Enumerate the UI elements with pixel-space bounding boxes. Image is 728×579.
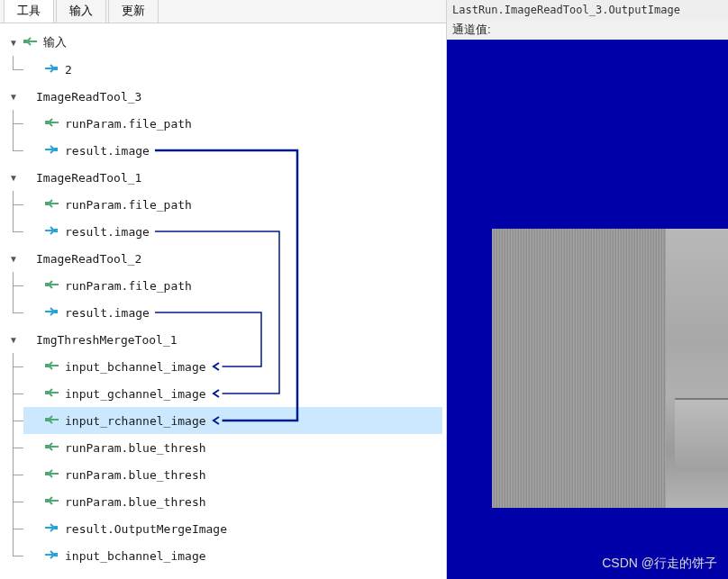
tree-label: runParam.file_path (65, 279, 192, 293)
svg-rect-13 (45, 499, 49, 502)
tree-row-selected[interactable]: input_rchannel_image (23, 407, 442, 434)
svg-rect-2 (45, 121, 49, 124)
tree-row[interactable]: runParam.blue_thresh (23, 434, 442, 461)
svg-rect-1 (54, 67, 58, 70)
svg-rect-12 (45, 472, 49, 475)
tree-label: result.OutputMergeImage (65, 522, 227, 536)
tree-label: input_gchannel_image (65, 387, 206, 401)
tree-label: input_bchannel_image (65, 360, 206, 374)
output-arrow-icon (43, 306, 59, 319)
input-arrow-icon (43, 198, 59, 211)
tree-row[interactable]: ▼ ImageReadTool_2 (4, 245, 442, 272)
tree-label: result.image (65, 225, 150, 239)
tree-row[interactable]: runParam.blue_thresh (23, 461, 442, 488)
tab-tools[interactable]: 工具 (4, 0, 54, 23)
tree-label: runParam.file_path (65, 117, 192, 131)
image-viewport[interactable]: CSDN @行走的饼子 (447, 40, 728, 579)
channel-label: 通道值: (447, 20, 728, 40)
input-arrow-icon (43, 495, 59, 508)
output-arrow-icon (43, 63, 59, 76)
tree-row[interactable]: result.image (23, 299, 442, 326)
tree-row[interactable]: runParam.file_path (23, 272, 442, 299)
tree-row[interactable]: runParam.file_path (23, 110, 442, 137)
tree-row[interactable]: ▼ ImageReadTool_1 (4, 164, 442, 191)
input-arrow-icon (43, 279, 59, 292)
tree-row[interactable]: result.image (23, 218, 442, 245)
output-arrow-icon (43, 522, 59, 535)
input-arrow-icon (22, 36, 38, 49)
wire-endpoint-icon (210, 388, 221, 399)
input-arrow-icon (43, 117, 59, 130)
tab-input[interactable]: 输入 (56, 0, 106, 23)
left-panel: 工具 输入 更新 ▼ 输入 2 (0, 0, 447, 579)
tree-label: ImageReadTool_2 (36, 252, 141, 266)
tab-update[interactable]: 更新 (108, 0, 159, 23)
tree-row[interactable]: result.image (23, 137, 442, 164)
svg-rect-9 (45, 391, 49, 394)
input-arrow-icon (43, 360, 59, 373)
input-arrow-icon (43, 414, 59, 427)
tree-view[interactable]: ▼ 输入 2 ▼ ImageReadTool_3 (0, 23, 446, 579)
preview-image (492, 229, 728, 508)
watermark-text: CSDN @行走的饼子 (602, 556, 717, 572)
wire-endpoint-icon (210, 415, 221, 426)
app-root: 工具 输入 更新 ▼ 输入 2 (0, 0, 728, 579)
svg-rect-15 (54, 553, 58, 556)
tree-label: ImgThreshMergeTool_1 (36, 333, 177, 347)
tree-group-imagereadtool2: ▼ ImageReadTool_2 runParam.file_path res… (4, 245, 442, 326)
expand-toggle-icon[interactable]: ▼ (7, 171, 20, 184)
tree-label: runParam.file_path (65, 198, 192, 212)
tree-row[interactable]: ▼ ImgThreshMergeTool_1 (4, 326, 442, 353)
svg-rect-5 (54, 229, 58, 232)
expand-toggle-icon[interactable]: ▼ (7, 90, 20, 103)
tree-label: runParam.blue_thresh (65, 495, 206, 509)
tree-row[interactable]: ▼ ImageReadTool_3 (4, 83, 442, 110)
svg-rect-0 (23, 40, 27, 43)
tree-row[interactable]: input_bchannel_image (23, 542, 442, 569)
tree-row[interactable]: input_gchannel_image (23, 380, 442, 407)
tree-group-imgthreshmerge: ▼ ImgThreshMergeTool_1 input_bchannel_im… (4, 326, 442, 569)
tree-label: result.image (65, 306, 150, 320)
tree-label: 2 (65, 63, 72, 77)
tree-label: runParam.blue_thresh (65, 441, 206, 455)
tree-label: 输入 (43, 34, 67, 50)
tree-label: ImageReadTool_1 (36, 171, 141, 185)
expand-toggle-icon[interactable]: ▼ (7, 252, 20, 265)
input-arrow-icon (43, 468, 59, 481)
tree-row[interactable]: ▼ 输入 (4, 29, 442, 56)
tree-group-input: ▼ 输入 2 (4, 29, 442, 83)
svg-rect-3 (54, 148, 58, 151)
right-panel: LastRun.ImageReadTool_3.OutputImage 通道值:… (447, 0, 728, 579)
svg-rect-7 (54, 310, 58, 313)
svg-rect-6 (45, 283, 49, 286)
svg-rect-11 (45, 445, 49, 448)
tab-bar: 工具 输入 更新 (0, 0, 446, 23)
tree-row[interactable]: input_bchannel_image (23, 353, 442, 380)
svg-rect-8 (45, 364, 49, 367)
tree-label: input_bchannel_image (65, 549, 206, 563)
tree-row[interactable]: runParam.file_path (23, 191, 442, 218)
tree-row[interactable]: runParam.blue_thresh (23, 488, 442, 515)
tree-label: runParam.blue_thresh (65, 468, 206, 482)
output-arrow-icon (43, 225, 59, 238)
svg-rect-4 (45, 202, 49, 205)
tree-label: result.image (65, 144, 150, 158)
svg-rect-10 (45, 418, 49, 421)
preview-title: LastRun.ImageReadTool_3.OutputImage (447, 0, 728, 20)
output-arrow-icon (43, 144, 59, 157)
tree-group-imagereadtool1: ▼ ImageReadTool_1 runParam.file_path res… (4, 164, 442, 245)
svg-rect-14 (54, 526, 58, 529)
tree-group-imagereadtool3: ▼ ImageReadTool_3 runParam.file_path res… (4, 83, 442, 164)
expand-toggle-icon[interactable]: ▼ (7, 333, 20, 346)
output-arrow-icon (43, 549, 59, 562)
tree-label: ImageReadTool_3 (36, 90, 141, 104)
input-arrow-icon (43, 441, 59, 454)
tree-row[interactable]: 2 (23, 56, 442, 83)
tree-label: input_rchannel_image (65, 414, 206, 428)
tree-row[interactable]: result.OutputMergeImage (23, 515, 442, 542)
expand-toggle-icon[interactable]: ▼ (7, 36, 20, 49)
wire-endpoint-icon (210, 361, 221, 372)
input-arrow-icon (43, 387, 59, 400)
